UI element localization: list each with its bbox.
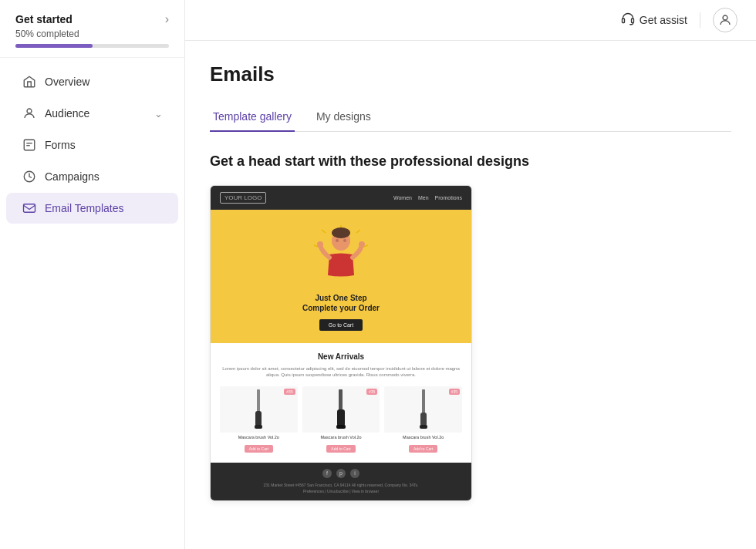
svg-rect-5: [24, 204, 35, 213]
sidebar-item-audience[interactable]: Audience ⌄: [6, 98, 178, 129]
chevron-right-icon: ›: [165, 12, 169, 26]
template-logo: YOUR LOGO: [220, 192, 266, 204]
topbar: Get assist: [185, 0, 756, 41]
audience-icon: [22, 106, 37, 121]
template-product-3: #35 Mascara brush Vol.2o Add to Cart: [384, 386, 462, 453]
home-icon: [22, 74, 37, 89]
template-product-2: #35 Mascara brush Vol.2o Add to Cart: [302, 386, 380, 453]
svg-rect-26: [422, 389, 425, 414]
svg-line-12: [322, 230, 326, 233]
tab-template-gallery[interactable]: Template gallery: [210, 103, 295, 132]
sidebar-item-campaigns-label: Campaigns: [45, 170, 100, 183]
tabs-bar: Template gallery My designs: [210, 102, 731, 132]
template-nav: Women Men Promotions: [393, 195, 462, 200]
template-nav-promotions: Promotions: [435, 195, 462, 200]
progress-label: 50% completed: [15, 29, 169, 39]
svg-rect-20: [257, 389, 260, 413]
svg-rect-21: [255, 411, 262, 426]
template-na-desc: Lorem ipsum dolor sit amet, consectetur …: [220, 365, 462, 379]
get-started-title: Get started: [15, 13, 73, 25]
svg-point-17: [343, 239, 346, 242]
template-footer-links: Preferences | Unsubscribe | View in brow…: [220, 488, 462, 494]
get-assist-button[interactable]: Get assist: [621, 12, 687, 29]
svg-rect-25: [336, 425, 346, 429]
template-hero-text: Just One StepComplete your Order Go to C…: [302, 293, 380, 331]
facebook-icon: f: [322, 469, 332, 478]
template-footer: f p i 231 Market Street #4567 San Franci…: [211, 463, 471, 500]
sidebar-item-campaigns[interactable]: Campaigns: [6, 161, 178, 192]
progress-bar-fill: [15, 44, 93, 48]
tab-my-designs[interactable]: My designs: [313, 103, 374, 132]
product-1-image: #35: [220, 386, 298, 433]
svg-point-19: [359, 241, 365, 248]
template-products: #35 Mascara brush Vol.2o Add to Cart: [220, 386, 462, 453]
template-hero-button: Go to Cart: [319, 319, 363, 331]
user-avatar-button[interactable]: [713, 8, 737, 32]
section-heading: Get a head start with these professional…: [210, 153, 731, 170]
get-assist-label: Get assist: [640, 14, 687, 26]
template-new-arrivals: New Arrivals Lorem ipsum dolor sit amet,…: [211, 343, 471, 463]
svg-rect-27: [420, 413, 427, 426]
product-1-btn: Add to Cart: [245, 445, 273, 453]
sidebar-item-forms[interactable]: Forms: [6, 130, 178, 160]
sidebar: Get started › 50% completed Overview: [0, 0, 185, 549]
product-2-btn: Add to Cart: [326, 445, 355, 453]
sidebar-item-overview-label: Overview: [45, 76, 89, 88]
product-3-name: Mascara brush Vol.2o: [384, 435, 462, 440]
instagram-icon: i: [350, 469, 359, 478]
template-hero: Just One StepComplete your Order Go to C…: [211, 210, 471, 343]
template-product-1: #35 Mascara brush Vol.2o Add to Cart: [220, 386, 298, 453]
svg-point-15: [332, 227, 350, 238]
svg-point-0: [27, 109, 32, 113]
campaigns-icon: [22, 169, 37, 184]
get-started-row[interactable]: Get started ›: [15, 12, 169, 26]
template-footer-address: 231 Market Street #4567 San Francisco, C…: [220, 482, 462, 488]
svg-rect-7: [631, 19, 633, 22]
headset-icon: [621, 12, 635, 29]
product-3-btn: Add to Cart: [409, 445, 437, 453]
template-preview-card[interactable]: YOUR LOGO Women Men Promotions: [210, 185, 472, 501]
svg-rect-28: [420, 425, 427, 429]
template-nav-women: Women: [393, 195, 412, 200]
svg-rect-24: [337, 409, 345, 426]
page-content: Emails Template gallery My designs Get a…: [185, 41, 756, 549]
template-nav-men: Men: [418, 195, 429, 200]
sidebar-item-forms-label: Forms: [45, 139, 76, 151]
hero-figure: [314, 225, 368, 287]
progress-bar-bg: [15, 44, 169, 48]
svg-rect-6: [622, 19, 624, 22]
sidebar-item-audience-label: Audience: [45, 107, 89, 120]
sidebar-top: Get started › 50% completed: [0, 0, 184, 58]
product-3-image: #35: [384, 386, 462, 433]
product-2-badge: #35: [366, 389, 377, 395]
svg-rect-1: [24, 140, 35, 150]
svg-rect-23: [339, 389, 343, 411]
sidebar-item-email-templates[interactable]: Email Templates: [6, 193, 178, 224]
topbar-divider: [700, 12, 700, 28]
sidebar-item-email-templates-label: Email Templates: [45, 202, 123, 214]
svg-point-16: [336, 239, 339, 242]
page-title: Emails: [210, 62, 731, 86]
product-2-image: #35: [302, 386, 380, 433]
chevron-down-icon: ⌄: [154, 108, 163, 120]
pinterest-icon: p: [336, 469, 346, 478]
product-2-name: Mascara brush Vol.2o: [302, 435, 380, 440]
product-1-badge: #35: [284, 389, 295, 395]
main-content: Get assist Emails Template gallery My de…: [185, 0, 756, 549]
template-na-title: New Arrivals: [220, 352, 462, 361]
sidebar-item-overview[interactable]: Overview: [6, 66, 178, 97]
template-footer-social: f p i: [220, 469, 462, 478]
svg-line-10: [356, 230, 360, 233]
template-hero-title: Just One StepComplete your Order: [302, 293, 380, 313]
sidebar-nav: Overview Audience ⌄ Forms: [0, 58, 184, 549]
product-3-badge: #35: [449, 389, 460, 395]
svg-point-8: [723, 15, 727, 20]
template-header: YOUR LOGO Women Men Promotions: [211, 186, 471, 210]
forms-icon: [22, 137, 37, 153]
email-icon: [22, 200, 37, 216]
product-1-name: Mascara brush Vol.2o: [220, 435, 298, 440]
svg-rect-22: [255, 425, 262, 429]
svg-point-18: [317, 241, 323, 248]
